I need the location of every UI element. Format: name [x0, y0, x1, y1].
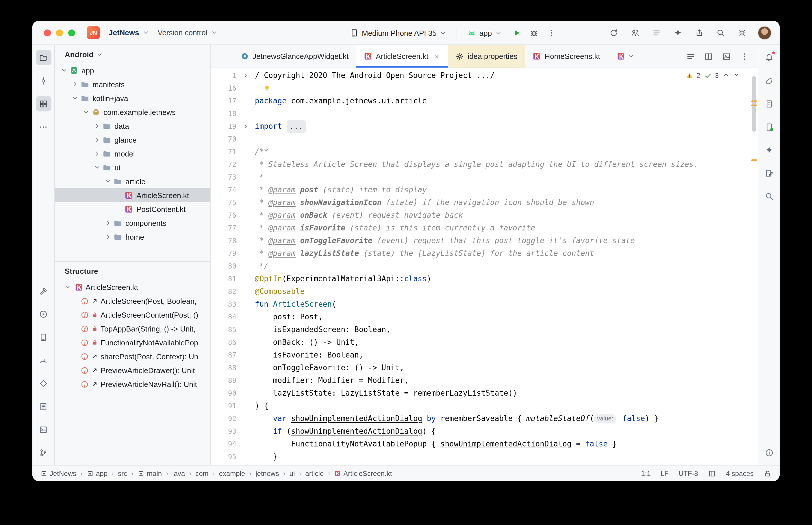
project-view-selector[interactable]: Android	[55, 45, 210, 63]
breadcrumb-item-article[interactable]: article	[305, 469, 324, 477]
user-avatar[interactable]	[758, 26, 771, 40]
task-list-button[interactable]	[648, 25, 665, 40]
structure-item[interactable]: fPreviewArticleNavRail(): Unit	[55, 377, 210, 391]
chevron-right-icon[interactable]	[92, 135, 102, 145]
tool-window-button-gemini[interactable]	[761, 142, 777, 158]
tool-window-button-project[interactable]	[35, 50, 51, 65]
hidden-tabs-dropdown[interactable]	[617, 45, 635, 68]
ai-assistant-button[interactable]	[670, 25, 686, 40]
close-tab-button[interactable]	[434, 53, 441, 60]
tool-window-button-running-devices[interactable]	[761, 119, 777, 135]
structure-item[interactable]: fsharePost(Post, Context): Un	[55, 349, 210, 363]
chevron-right-icon[interactable]	[103, 218, 113, 228]
close-window-button[interactable]	[44, 29, 51, 36]
tree-item-ui[interactable]: ui	[55, 161, 210, 175]
editor-tab-JetnewsGlanceAppWidget.kt[interactable]: JetnewsGlanceAppWidget.kt	[233, 45, 356, 68]
structure-item[interactable]: fTopAppBar(String, () -> Unit,	[55, 322, 210, 335]
tool-window-button-profiler[interactable]	[35, 352, 51, 368]
editor-code-area[interactable]: 1/ Copyright 2020 The Android Open Sourc…	[211, 68, 758, 465]
tree-item-article[interactable]: article	[55, 175, 210, 188]
structure-item[interactable]: fFunctionalityNotAvailablePop	[55, 335, 210, 349]
editor-tab-idea.properties[interactable]: idea.properties	[448, 45, 525, 68]
debug-button[interactable]	[526, 26, 542, 41]
tree-item-model[interactable]: model	[55, 147, 210, 161]
tree-item-glance[interactable]: glance	[55, 133, 210, 147]
chevron-down-icon[interactable]	[63, 282, 72, 292]
tool-window-button-device-explorer[interactable]	[761, 96, 777, 111]
breadcrumb-item-src[interactable]: src	[118, 469, 127, 477]
vcs-widget[interactable]: Version control	[154, 26, 222, 39]
settings-button[interactable]	[734, 25, 750, 40]
editor-tab-HomeScreens.kt[interactable]: HomeScreens.kt	[525, 45, 608, 68]
indentation[interactable]: 4 spaces	[726, 469, 754, 477]
tool-window-button-problems[interactable]	[761, 445, 777, 460]
tool-window-button-terminal[interactable]	[35, 422, 51, 437]
tool-window-button-app-quality-insights[interactable]	[35, 375, 51, 391]
tree-item-kotlin+java[interactable]: kotlin+java	[55, 91, 210, 105]
more-run-options-button[interactable]	[543, 26, 559, 41]
tool-window-button-gradle[interactable]	[761, 73, 777, 88]
tool-window-button-version-control[interactable]	[35, 445, 51, 460]
tool-window-button-more-tool-windows[interactable]	[35, 119, 51, 135]
chevron-down-icon[interactable]	[103, 177, 113, 186]
chevron-down-icon[interactable]	[92, 163, 102, 172]
tool-window-button-commit[interactable]	[35, 73, 51, 88]
tree-item-home[interactable]: home	[55, 230, 210, 244]
file-writable[interactable]	[764, 469, 771, 477]
tree-item-data[interactable]: data	[55, 119, 210, 133]
run-button[interactable]	[508, 26, 525, 41]
tool-window-button-device-manager[interactable]	[35, 329, 51, 345]
tree-item-components[interactable]: components	[55, 216, 210, 230]
chevron-right-icon[interactable]	[92, 149, 102, 158]
zoom-window-button[interactable]	[68, 29, 75, 36]
tree-item-com.example.jetnews[interactable]: com.example.jetnews	[55, 105, 210, 119]
code-with-me-button[interactable]	[627, 25, 643, 40]
fold-marker-icon[interactable]	[236, 120, 255, 133]
tool-window-button-logcat[interactable]	[35, 399, 51, 414]
breadcrumb-item-jetnews[interactable]: jetnews	[255, 469, 279, 477]
project-widget[interactable]: JetNews	[105, 26, 154, 39]
editor-options-button[interactable]	[737, 49, 752, 64]
chevron-down-icon[interactable]	[71, 93, 80, 103]
tree-item-app[interactable]: app	[55, 63, 210, 77]
previous-problem-button[interactable]	[722, 71, 730, 80]
chevron-right-icon[interactable]	[71, 80, 80, 89]
tree-item-ArticleScreen.kt[interactable]: ArticleScreen.kt	[55, 188, 210, 202]
tool-window-button-notifications[interactable]	[761, 50, 777, 65]
run-configuration-selector[interactable]: app	[463, 26, 506, 40]
file-encoding[interactable]: UTF-8	[679, 469, 698, 477]
tree-item-PostContent.kt[interactable]: PostContent.kt	[55, 202, 210, 216]
sync-project-button[interactable]	[606, 25, 622, 40]
device-selector[interactable]: Medium Phone API 35	[345, 26, 451, 40]
tool-window-button-run-tool[interactable]	[35, 306, 51, 322]
breadcrumb-item-ui[interactable]: ui	[290, 469, 295, 477]
fold-marker-icon[interactable]	[236, 69, 255, 82]
line-separator[interactable]: LF	[661, 469, 669, 477]
chevron-down-icon[interactable]	[82, 107, 91, 117]
structure-item[interactable]: fArticleScreenContent(Post, ()	[55, 308, 210, 322]
tool-window-button-layout-inspector[interactable]	[761, 165, 777, 181]
tool-window-button-structure[interactable]	[35, 96, 51, 111]
next-problem-button[interactable]	[733, 71, 740, 80]
search-everywhere-button[interactable]	[713, 25, 729, 40]
chevron-right-icon[interactable]	[103, 232, 113, 241]
editor-layout[interactable]	[708, 469, 716, 477]
breadcrumb-item-example[interactable]: example	[219, 469, 245, 477]
breadcrumb-item-main[interactable]: main	[137, 469, 162, 477]
structure-item[interactable]: fPreviewArticleDrawer(): Unit	[55, 363, 210, 377]
minimize-window-button[interactable]	[56, 29, 63, 36]
tool-window-button-find[interactable]	[761, 188, 777, 204]
breadcrumb-item-ArticleScreen.kt[interactable]: ArticleScreen.kt	[334, 469, 392, 477]
recent-files-button[interactable]	[683, 49, 698, 64]
share-button[interactable]	[691, 25, 707, 40]
editor-tab-ArticleScreen.kt[interactable]: ArticleScreen.kt	[356, 45, 448, 68]
chevron-right-icon[interactable]	[92, 121, 102, 131]
chevron-down-icon[interactable]	[60, 66, 69, 75]
tool-window-button-build[interactable]	[35, 283, 51, 299]
tree-item-manifests[interactable]: manifests	[55, 77, 210, 91]
preview-button[interactable]	[719, 49, 734, 64]
structure-root-ArticleScreen.kt[interactable]: ArticleScreen.kt	[55, 280, 210, 294]
editor-scrollbar[interactable]	[752, 76, 756, 132]
breadcrumb-item-JetNews[interactable]: JetNews	[41, 469, 76, 477]
breadcrumb-item-com[interactable]: com	[195, 469, 208, 477]
